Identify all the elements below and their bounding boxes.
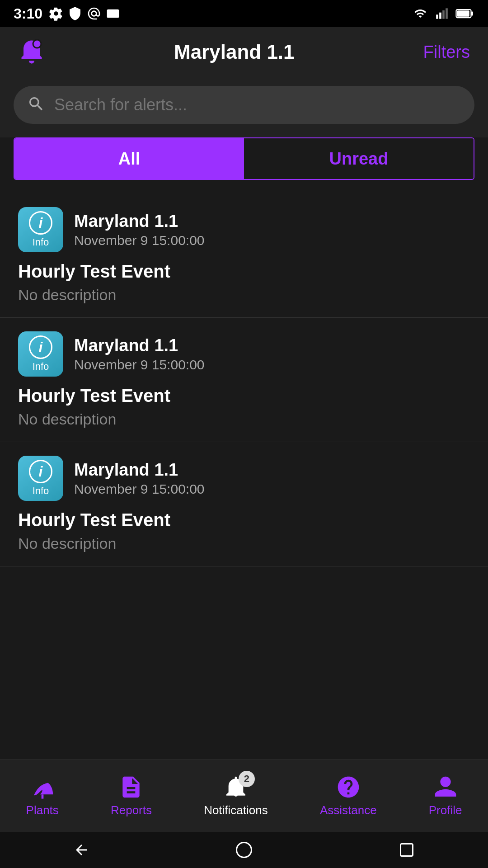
nav-plants[interactable]: Plants	[26, 774, 59, 817]
svg-rect-0	[107, 9, 119, 18]
alert-card[interactable]: i Info Maryland 1.1 November 9 15:00:00 …	[0, 442, 488, 566]
alert-time: November 9 15:00:00	[74, 357, 205, 373]
system-nav-bar	[0, 832, 488, 868]
alert-location: Maryland 1.1	[74, 212, 205, 231]
nav-notifications[interactable]: 2 Notifications	[204, 774, 268, 817]
reports-label: Reports	[111, 803, 152, 817]
svg-point-8	[33, 40, 41, 48]
home-button[interactable]	[235, 841, 253, 859]
alert-description: No description	[18, 410, 470, 428]
plants-label: Plants	[26, 803, 59, 817]
notification-badge: 2	[239, 771, 255, 787]
bottom-navigation: Plants Reports 2 Notifications Assistanc…	[0, 760, 488, 832]
nav-assistance[interactable]: Assistance	[320, 774, 377, 817]
alert-description: No description	[18, 535, 470, 552]
alert-card[interactable]: i Info Maryland 1.1 November 9 15:00:00 …	[0, 193, 488, 318]
search-icon	[27, 95, 45, 115]
battery-icon	[455, 7, 474, 20]
alert-location: Maryland 1.1	[74, 460, 205, 480]
status-right-icons	[412, 7, 474, 20]
page-title: Maryland 1.1	[45, 41, 423, 63]
svg-rect-7	[471, 12, 474, 16]
at-icon	[87, 6, 101, 21]
alert-event-name: Hourly Test Event	[18, 510, 470, 530]
profile-label: Profile	[429, 803, 462, 817]
svg-rect-4	[446, 8, 448, 19]
wifi-icon	[412, 7, 428, 20]
search-input[interactable]	[54, 95, 461, 114]
plants-icon	[30, 774, 55, 800]
app-header: Maryland 1.1 Filters	[0, 27, 488, 77]
filters-button[interactable]: Filters	[423, 42, 470, 62]
tab-all[interactable]: All	[14, 138, 244, 179]
reports-icon	[118, 774, 144, 800]
tab-unread[interactable]: Unread	[244, 138, 474, 179]
info-icon: i Info	[18, 207, 63, 252]
alerts-list: i Info Maryland 1.1 November 9 15:00:00 …	[0, 189, 488, 760]
alert-event-name: Hourly Test Event	[18, 386, 470, 406]
signal-icon	[434, 7, 450, 20]
alert-description: No description	[18, 286, 470, 304]
alert-event-name: Hourly Test Event	[18, 261, 470, 282]
info-icon: i Info	[18, 331, 63, 377]
svg-rect-9	[41, 794, 43, 798]
back-button[interactable]	[72, 841, 90, 859]
notifications-icon-wrapper: 2	[223, 774, 249, 800]
svg-rect-3	[442, 10, 445, 19]
recents-button[interactable]	[398, 841, 416, 859]
alert-time: November 9 15:00:00	[74, 481, 205, 497]
filter-tabs: All Unread	[14, 137, 474, 180]
svg-rect-6	[457, 10, 469, 17]
alert-location: Maryland 1.1	[74, 336, 205, 355]
search-container	[0, 77, 488, 137]
status-time: 3:10	[14, 5, 42, 22]
svg-rect-1	[436, 14, 438, 19]
status-bar: 3:10	[0, 0, 488, 27]
svg-rect-2	[439, 13, 441, 19]
search-box[interactable]	[14, 86, 474, 124]
assistance-icon	[336, 774, 361, 800]
info-icon: i Info	[18, 456, 63, 501]
card-icon	[106, 6, 120, 21]
notifications-label: Notifications	[204, 803, 268, 817]
nav-reports[interactable]: Reports	[111, 774, 152, 817]
profile-icon	[433, 774, 458, 800]
settings-icon	[49, 6, 63, 21]
security-icon	[68, 6, 82, 21]
nav-profile[interactable]: Profile	[429, 774, 462, 817]
bell-alert-icon	[18, 38, 45, 66]
assistance-label: Assistance	[320, 803, 377, 817]
alert-card[interactable]: i Info Maryland 1.1 November 9 15:00:00 …	[0, 318, 488, 442]
alert-time: November 9 15:00:00	[74, 233, 205, 248]
